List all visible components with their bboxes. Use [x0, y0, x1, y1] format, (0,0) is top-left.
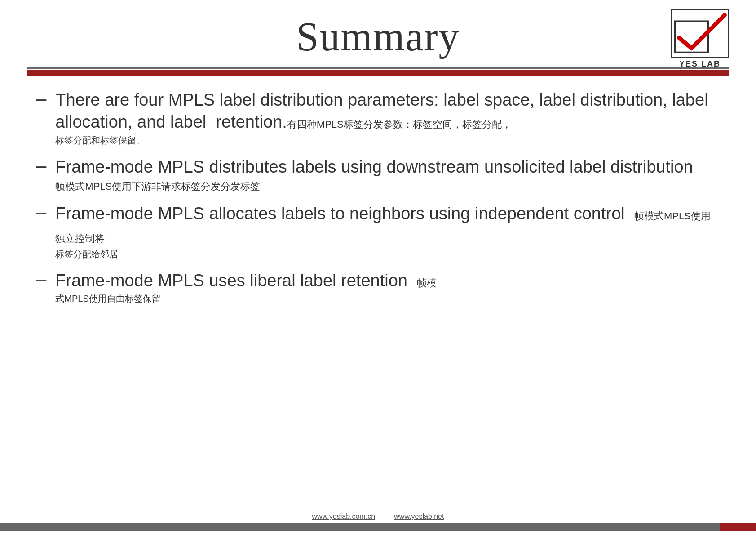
bullet-text-2: Frame-mode MPLS distributes labels using… — [55, 156, 720, 194]
bullet-dash-1: – — [36, 87, 46, 110]
bullet-text-3: Frame-mode MPLS allocates labels to neig… — [55, 203, 720, 261]
slide: Summary YES LAB – There are four MP — [0, 0, 756, 535]
bullet-1-en: There are four MPLS label distribution p… — [55, 90, 708, 131]
page-title: Summary — [27, 13, 729, 60]
bullet-text-1: There are four MPLS label distribution p… — [55, 89, 720, 147]
bullet-item-3: – Frame-mode MPLS allocates labels to ne… — [36, 203, 720, 261]
bullet-2-cn: 帧模式MPLS使用下游非请求标签分发分发标签 — [55, 179, 720, 194]
bullet-text-4: Frame-mode MPLS uses liberal label reten… — [55, 270, 720, 305]
footer-link-1[interactable]: www.yeslab.com.cn — [312, 513, 376, 520]
footer-divider — [0, 523, 756, 531]
footer: www.yeslab.com.cn www.yeslab.net — [0, 513, 756, 535]
bullet-item-2: – Frame-mode MPLS distributes labels usi… — [36, 156, 720, 194]
bullet-4-en: Frame-mode MPLS uses liberal label reten… — [55, 271, 437, 290]
footer-gray-divider — [0, 523, 720, 531]
bullet-item-4: – Frame-mode MPLS uses liberal label ret… — [36, 270, 720, 305]
bullet-4-cn2: 式MPLS使用自由标签保留 — [55, 292, 720, 305]
bullet-1-cn2: 标签分配和标签保留。 — [55, 134, 720, 147]
bullet-3-cn2: 标签分配给邻居 — [55, 247, 720, 261]
checkmark-icon — [673, 11, 727, 56]
bullet-dash-3: – — [36, 201, 46, 223]
bullet-dash-2: – — [36, 154, 46, 177]
red-divider — [27, 70, 729, 76]
logo-area: YES LAB — [671, 9, 729, 69]
logo-box — [671, 9, 729, 58]
bullet-dash-4: – — [36, 268, 46, 290]
bullet-3-en: Frame-mode MPLS allocates labels to neig… — [55, 204, 710, 245]
bullet-item-1: – There are four MPLS label distribution… — [36, 89, 720, 147]
title-area: Summary — [27, 13, 729, 60]
footer-red-divider — [720, 523, 756, 531]
header-divider — [0, 67, 756, 76]
footer-links: www.yeslab.com.cn www.yeslab.net — [0, 513, 756, 521]
content-area: – There are four MPLS label distribution… — [0, 76, 756, 513]
footer-link-2[interactable]: www.yeslab.net — [394, 513, 444, 520]
header: Summary YES LAB — [0, 0, 756, 60]
gray-divider — [27, 67, 729, 69]
logo-text: YES LAB — [679, 59, 721, 69]
bullet-2-en: Frame-mode MPLS distributes labels using… — [55, 157, 693, 176]
